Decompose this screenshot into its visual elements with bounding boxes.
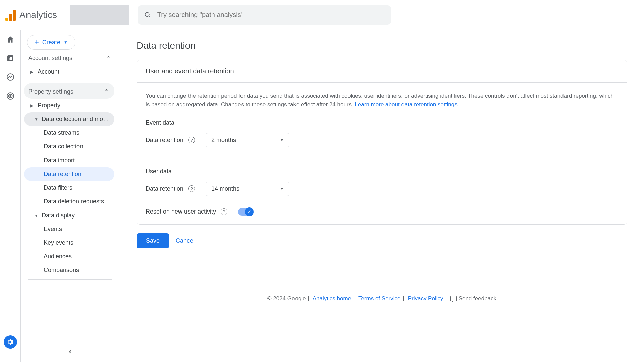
advertising-icon[interactable] [6, 91, 15, 101]
card-description: You can change the retention period for … [146, 92, 618, 109]
svg-point-9 [10, 95, 11, 96]
help-icon[interactable]: ? [188, 185, 195, 192]
explore-icon[interactable] [6, 72, 15, 82]
plus-icon: + [35, 39, 39, 46]
reset-activity-label: Reset on new user activity [146, 208, 216, 215]
divider [28, 279, 112, 280]
user-data-heading: User data [146, 168, 618, 175]
feedback-icon [450, 296, 457, 301]
chevron-down-icon: ▼ [280, 187, 284, 191]
page-footer: © 2024 Google| Analytics home| Terms of … [137, 295, 627, 312]
sidebar-data-import[interactable]: Data import [24, 154, 116, 167]
svg-rect-4 [10, 57, 11, 60]
sidebar-data-deletion[interactable]: Data deletion requests [24, 195, 116, 208]
chevron-down-icon: ▼ [64, 40, 68, 45]
sidebar-data-display[interactable]: ▼ Data display [24, 208, 116, 222]
property-selector[interactable] [70, 5, 129, 25]
help-icon[interactable]: ? [188, 137, 195, 143]
user-retention-select[interactable]: 14 months ▼ [206, 182, 289, 196]
chevron-up-icon: ⌄ [106, 54, 111, 62]
sidebar-data-collection-group[interactable]: ▼ Data collection and modifica... [24, 112, 114, 126]
svg-rect-5 [11, 57, 12, 60]
home-icon[interactable] [6, 35, 15, 44]
copyright: © 2024 Google [267, 295, 306, 302]
create-button[interactable]: + Create ▼ [27, 35, 75, 50]
card-title: User and event data retention [137, 60, 627, 83]
event-data-heading: Event data [146, 119, 618, 126]
user-retention-value: 14 months [211, 185, 239, 192]
sidebar-data-streams[interactable]: Data streams [24, 126, 116, 140]
sidebar-data-retention[interactable]: Data retention [24, 167, 114, 181]
sidebar-audiences[interactable]: Audiences [24, 250, 116, 263]
caret-right-icon: ▶ [30, 70, 34, 74]
cancel-button[interactable]: Cancel [176, 237, 195, 244]
help-icon[interactable]: ? [221, 208, 227, 215]
event-retention-label: Data retention [146, 137, 183, 144]
check-icon: ✓ [245, 207, 254, 216]
top-bar: Analytics [0, 0, 644, 30]
product-logo[interactable]: Analytics [4, 9, 57, 21]
event-retention-select[interactable]: 2 months ▼ [206, 133, 289, 147]
caret-down-icon: ▼ [34, 213, 38, 218]
sidebar-property[interactable]: ▶ Property [24, 99, 116, 112]
main-content: Data retention User and event data reten… [120, 30, 644, 362]
account-settings-header[interactable]: Account settings ⌄ [24, 50, 116, 65]
sidebar-events[interactable]: Events [24, 222, 116, 236]
svg-rect-3 [9, 58, 10, 60]
search-bar[interactable] [138, 5, 391, 25]
settings-sidebar: + Create ▼ Account settings ⌄ ▶ Account … [21, 30, 120, 362]
sidebar-data-collection[interactable]: Data collection [24, 140, 116, 154]
tos-link[interactable]: Terms of Service [358, 295, 401, 302]
svg-point-0 [145, 12, 149, 16]
chevron-up-icon: ⌄ [104, 88, 109, 95]
reports-icon[interactable] [6, 54, 15, 63]
event-retention-value: 2 months [211, 137, 236, 144]
caret-right-icon: ▶ [30, 103, 34, 108]
product-name: Analytics [19, 10, 57, 20]
nav-rail [0, 30, 21, 362]
property-settings-header[interactable]: Property settings ⌄ [24, 83, 114, 99]
sidebar-key-events[interactable]: Key events [24, 236, 116, 250]
caret-down-icon: ▼ [34, 117, 38, 122]
sidebar-comparisons[interactable]: Comparisons [24, 263, 116, 277]
analytics-logo-icon [5, 9, 15, 21]
sidebar-account[interactable]: ▶ Account [24, 65, 116, 79]
create-label: Create [42, 39, 60, 46]
svg-line-1 [149, 16, 150, 17]
admin-gear-icon[interactable] [4, 335, 17, 349]
collapse-sidebar-icon[interactable]: ‹ [69, 347, 71, 356]
page-title: Data retention [137, 40, 627, 51]
analytics-home-link[interactable]: Analytics home [313, 295, 351, 302]
privacy-link[interactable]: Privacy Policy [408, 295, 443, 302]
user-retention-label: Data retention [146, 185, 183, 192]
save-button[interactable]: Save [137, 233, 169, 248]
retention-card: User and event data retention You can ch… [137, 60, 627, 225]
search-icon [144, 11, 151, 19]
learn-more-link[interactable]: Learn more about data retention settings [355, 101, 457, 108]
chevron-down-icon: ▼ [280, 138, 284, 142]
sidebar-data-filters[interactable]: Data filters [24, 181, 116, 195]
divider [28, 81, 112, 81]
reset-activity-toggle[interactable]: ✓ [238, 208, 253, 216]
divider [146, 158, 618, 158]
send-feedback-link[interactable]: Send feedback [450, 295, 496, 302]
search-input[interactable] [157, 11, 384, 19]
